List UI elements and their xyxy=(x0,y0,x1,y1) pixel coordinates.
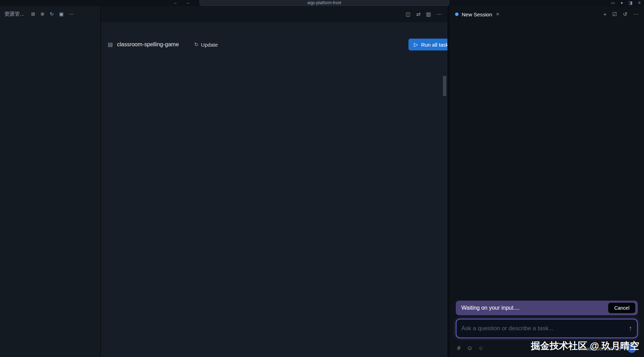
task-list-icon[interactable]: ☑ xyxy=(612,11,617,17)
menu-icon[interactable]: ≡ xyxy=(638,0,641,5)
waiting-banner: Waiting on your input.... Cancel xyxy=(456,301,638,315)
titlebar: ←→ aigc-platform-front ▭●◨≡ xyxy=(0,0,644,6)
emoji-icon[interactable]: ☺ xyxy=(467,345,472,352)
forward-icon[interactable]: → xyxy=(185,0,190,5)
layout-icon[interactable]: ◨ xyxy=(629,0,633,5)
spec-title: classroom-spelling-game xyxy=(117,41,179,48)
session-dot-icon xyxy=(455,13,459,16)
app-window: ←→ aigc-platform-front ▭●◨≡ 资源管... ⊞⊕↻▣⋯… xyxy=(0,0,644,357)
explorer-actions: ⊞⊕↻▣⋯ xyxy=(31,11,74,17)
new-session-icon[interactable]: + xyxy=(603,11,606,17)
play-icon: ▷ xyxy=(414,41,418,48)
chat-header-actions: +☑↺⋯ xyxy=(603,11,638,17)
chat-panel: New Session × +☑↺⋯ Waiting on your input… xyxy=(450,6,644,357)
window-title: aigc-platform-front xyxy=(307,0,341,5)
chat-header: New Session × +☑↺⋯ xyxy=(450,6,644,22)
spec-bar: ▤ classroom-spelling-game ↻ Update ▷ Run… xyxy=(101,35,447,54)
workbench: 资源管... ⊞⊕↻▣⋯ ◫⇄▥⋯ ▤ classroom-spelling-g… xyxy=(0,6,644,357)
spec-file-icon: ▤ xyxy=(108,41,113,48)
tab-bar: ◫⇄▥⋯ xyxy=(101,6,447,22)
secondary-panel-icon[interactable]: ▥ xyxy=(426,11,431,17)
more-actions-icon[interactable]: ⋯ xyxy=(69,11,74,17)
new-folder-icon[interactable]: ⊕ xyxy=(40,11,45,17)
collapse-all-icon[interactable]: ▣ xyxy=(59,11,64,17)
window-title-box[interactable]: aigc-platform-front xyxy=(199,0,449,6)
chat-input-box[interactable]: ↑ xyxy=(456,319,638,338)
status-ring-icon[interactable]: ○ xyxy=(479,345,483,352)
session-title: New Session xyxy=(462,11,492,17)
chat-messages xyxy=(450,22,644,296)
run-all-tasks-button[interactable]: ▷ Run all tasks xyxy=(408,39,447,50)
explorer-header: 资源管... ⊞⊕↻▣⋯ xyxy=(0,6,100,22)
waiting-label: Waiting on your input.... xyxy=(461,305,520,311)
update-button[interactable]: ↻ Update xyxy=(194,41,218,48)
update-label: Update xyxy=(201,42,218,48)
more-actions-icon[interactable]: ⋯ xyxy=(633,11,638,17)
nav-arrows: ←→ xyxy=(173,0,190,5)
split-editor-icon[interactable]: ◫ xyxy=(406,11,411,17)
titlebar-icons: ▭●◨≡ xyxy=(611,0,641,5)
open-changes-icon[interactable]: ⇄ xyxy=(416,11,421,17)
new-file-icon[interactable]: ⊞ xyxy=(31,11,35,17)
record-icon[interactable]: ● xyxy=(620,0,623,5)
more-actions-icon[interactable]: ⋯ xyxy=(437,11,442,17)
send-icon[interactable]: ↑ xyxy=(629,325,633,332)
breadcrumb xyxy=(101,22,447,35)
file-tree xyxy=(0,22,100,357)
editor-scrollbar[interactable] xyxy=(443,76,446,96)
editor-area: ◫⇄▥⋯ ▤ classroom-spelling-game ↻ Update … xyxy=(101,6,450,357)
refresh-icon: ↻ xyxy=(194,41,199,48)
close-session-icon[interactable]: × xyxy=(496,11,500,18)
explorer-sidebar: 资源管... ⊞⊕↻▣⋯ xyxy=(0,6,101,357)
history-icon[interactable]: ↺ xyxy=(623,11,627,17)
run-all-label: Run all tasks xyxy=(421,42,447,48)
watermark: 掘金技术社区 @ 玖月晴空 xyxy=(531,340,639,352)
context-hash-icon[interactable]: # xyxy=(457,345,460,352)
display-icon[interactable]: ▭ xyxy=(611,0,615,5)
explorer-title: 资源管... xyxy=(4,11,24,17)
code-editor[interactable] xyxy=(101,54,447,357)
refresh-icon[interactable]: ↻ xyxy=(50,11,54,17)
cancel-button[interactable]: Cancel xyxy=(608,303,635,313)
editor-actions: ◫⇄▥⋯ xyxy=(400,6,447,22)
back-icon[interactable]: ← xyxy=(173,0,178,5)
chat-input[interactable] xyxy=(461,325,626,332)
